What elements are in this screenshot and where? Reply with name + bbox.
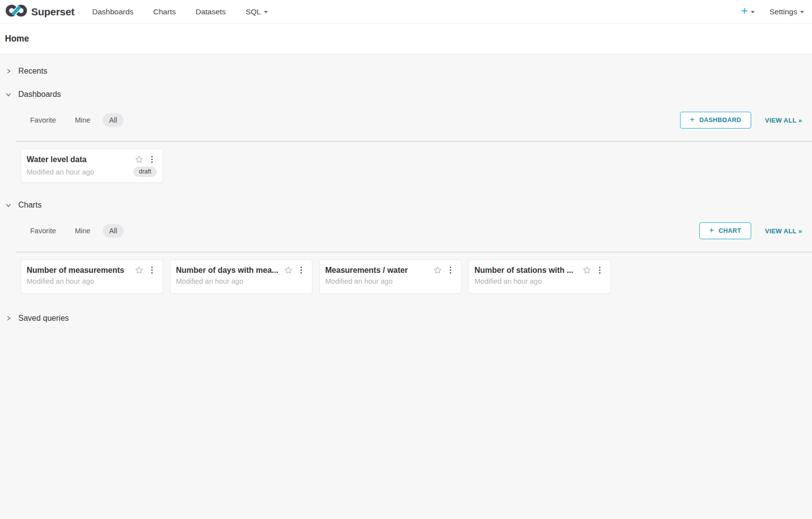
chart-card[interactable]: Number of days with mea... Modified an h… xyxy=(170,260,312,294)
chart-card[interactable]: Number of stations with ... Modified an … xyxy=(469,260,611,294)
dashboards-actions: + DASHBOARD VIEW ALL » xyxy=(680,112,812,129)
dashboard-card-modified: Modified an hour ago xyxy=(27,168,133,176)
chevron-right-icon xyxy=(5,68,12,75)
new-dashboard-button[interactable]: + DASHBOARD xyxy=(680,112,751,129)
status-badge: draft xyxy=(133,167,157,177)
tab-mine[interactable]: Mine xyxy=(68,113,96,127)
tab-all[interactable]: All xyxy=(103,224,124,238)
nav-item-label: SQL xyxy=(246,7,261,16)
chart-card-title[interactable]: Number of measurements xyxy=(27,266,130,275)
superset-infinity-icon xyxy=(5,4,28,19)
section-header-recents[interactable]: Recents xyxy=(0,65,812,77)
chevron-right-icon xyxy=(5,315,12,322)
section-label-dashboards: Dashboards xyxy=(18,90,61,99)
settings-label: Settings xyxy=(769,7,797,16)
new-item-dropdown[interactable]: + xyxy=(741,7,755,17)
chart-card-title[interactable]: Measurements / water xyxy=(325,266,429,275)
chart-card-modified: Modified an hour ago xyxy=(176,277,306,285)
plus-icon: + xyxy=(690,115,695,125)
navbar-right: + Settings xyxy=(741,7,806,17)
chevron-down-icon xyxy=(5,91,12,98)
kebab-menu-icon[interactable] xyxy=(147,265,157,275)
chevron-down-icon xyxy=(5,202,12,209)
charts-view-all-link[interactable]: VIEW ALL » xyxy=(765,227,802,235)
kebab-menu-icon[interactable] xyxy=(147,155,157,164)
nav-item-label: Dashboards xyxy=(92,7,133,16)
caret-down-icon xyxy=(264,11,268,13)
chart-card-modified: Modified an hour ago xyxy=(474,277,604,285)
section-label-charts: Charts xyxy=(18,201,42,210)
charts-cards: Number of measurements Modified an hour … xyxy=(21,260,812,294)
star-outline-icon[interactable] xyxy=(134,265,144,275)
tab-favorite[interactable]: Favorite xyxy=(24,113,62,127)
kebab-menu-icon[interactable] xyxy=(595,265,604,275)
nav-item-sql[interactable]: SQL xyxy=(236,0,278,24)
chart-card[interactable]: Measurements / water Modified an hour ag… xyxy=(319,260,462,294)
section-header-dashboards[interactable]: Dashboards xyxy=(0,88,812,100)
tab-all[interactable]: All xyxy=(103,113,124,127)
page-header: Home xyxy=(0,24,812,54)
kebab-menu-icon[interactable] xyxy=(446,265,455,275)
chart-card-modified: Modified an hour ago xyxy=(27,277,157,285)
superset-logo[interactable]: Superset xyxy=(5,4,74,19)
brand-name: Superset xyxy=(31,6,74,18)
star-outline-icon[interactable] xyxy=(134,155,144,164)
plus-icon: + xyxy=(709,225,714,235)
dashboard-card[interactable]: Water level data Modified an hour ago dr… xyxy=(21,149,163,183)
dashboards-divider xyxy=(16,141,812,142)
dashboard-card-title[interactable]: Water level data xyxy=(27,155,130,164)
chart-card[interactable]: Number of measurements Modified an hour … xyxy=(21,260,163,294)
nav-item-label: Datasets xyxy=(196,7,226,16)
section-header-saved-queries[interactable]: Saved queries xyxy=(0,312,812,324)
settings-dropdown[interactable]: Settings xyxy=(769,7,804,16)
dashboards-controls: Favorite Mine All + DASHBOARD VIEW ALL » xyxy=(0,111,812,129)
nav-item-datasets[interactable]: Datasets xyxy=(186,0,236,24)
nav-item-label: Charts xyxy=(153,7,176,16)
nav-item-charts[interactable]: Charts xyxy=(143,0,186,24)
charts-controls: Favorite Mine All + CHART VIEW ALL » xyxy=(0,222,812,240)
charts-actions: + CHART VIEW ALL » xyxy=(699,222,812,239)
nav-item-dashboards[interactable]: Dashboards xyxy=(82,0,143,24)
chart-card-title[interactable]: Number of stations with ... xyxy=(474,266,578,275)
star-outline-icon[interactable] xyxy=(582,265,592,275)
charts-filter-tabs: Favorite Mine All xyxy=(24,224,124,238)
tab-favorite[interactable]: Favorite xyxy=(24,224,62,238)
chart-card-title[interactable]: Number of days with mea... xyxy=(176,266,280,275)
star-outline-icon[interactable] xyxy=(284,265,293,275)
dashboards-view-all-link[interactable]: VIEW ALL » xyxy=(765,117,802,124)
plus-icon: + xyxy=(741,5,748,17)
home-content: Recents Dashboards Favorite Mine All + D… xyxy=(0,54,812,324)
dashboards-cards: Water level data Modified an hour ago dr… xyxy=(21,149,812,183)
caret-down-icon xyxy=(800,11,804,13)
star-outline-icon[interactable] xyxy=(433,265,442,275)
kebab-menu-icon[interactable] xyxy=(297,265,306,275)
new-dashboard-label: DASHBOARD xyxy=(699,117,741,124)
new-chart-label: CHART xyxy=(719,227,741,234)
page-title: Home xyxy=(5,34,29,44)
section-label-recents: Recents xyxy=(18,67,47,76)
caret-down-icon xyxy=(751,11,755,13)
new-chart-button[interactable]: + CHART xyxy=(699,222,751,239)
dashboards-filter-tabs: Favorite Mine All xyxy=(24,113,124,127)
section-label-saved-queries: Saved queries xyxy=(18,314,69,323)
nav-links: Dashboards Charts Datasets SQL xyxy=(82,0,277,24)
top-navbar: Superset Dashboards Charts Datasets SQL … xyxy=(0,0,812,24)
tab-mine[interactable]: Mine xyxy=(68,224,96,238)
section-header-charts[interactable]: Charts xyxy=(0,199,812,211)
charts-divider xyxy=(16,252,812,253)
chart-card-modified: Modified an hour ago xyxy=(325,277,455,285)
